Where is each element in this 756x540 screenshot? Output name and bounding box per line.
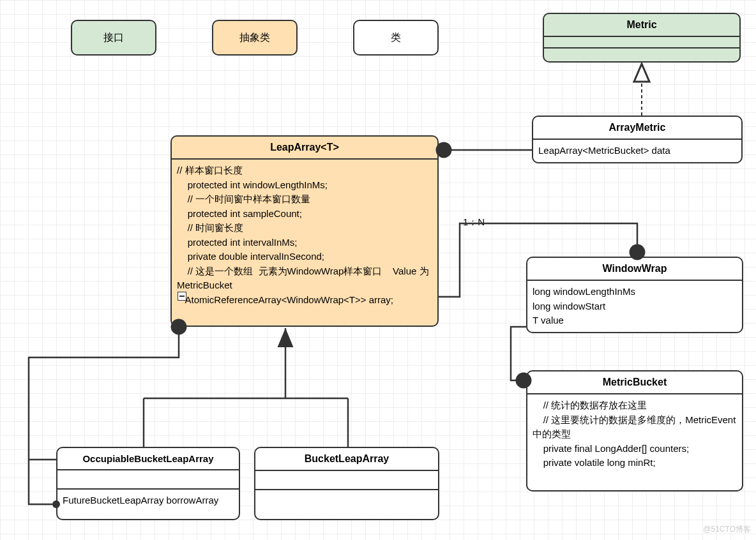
bucketleaparray-section2 — [255, 490, 438, 509]
leaparray-body: // 样本窗口长度 protected int windowLengthInMs… — [172, 160, 437, 323]
occupiable-to-leaparray-comp — [29, 327, 179, 460]
legend-interface-label: 接口 — [103, 31, 124, 45]
leaparray-class: LeapArray<T> // 样本窗口长度 protected int win… — [170, 135, 439, 327]
legend-class-box: 类 — [353, 20, 439, 56]
legend-abstract-label: 抽象类 — [239, 31, 270, 45]
metric-title: Metric — [544, 14, 739, 37]
bucketleaparray-class: BucketLeapArray — [254, 447, 439, 520]
arraymetric-title: ArrayMetric — [533, 117, 741, 140]
bucketleaparray-title: BucketLeapArray — [255, 448, 438, 471]
windowwrap-class: WindowWrap long windowLengthInMs long wi… — [526, 257, 743, 333]
metric-section1 — [544, 37, 739, 49]
occupiablebucketleaparray-title: OccupiableBucketLeapArray — [57, 448, 239, 470]
metricbucket-title: MetricBucket — [527, 371, 742, 394]
windowwrap-to-metricbucket-line — [511, 327, 526, 380]
legend-interface-box: 接口 — [71, 20, 156, 56]
legend-class-label: 类 — [391, 31, 401, 45]
occupiable-loop-line — [29, 460, 52, 504]
metricbucket-body: // 统计的数据存放在这里 // 这里要统计的数据是多维度的，MetricEve… — [527, 394, 742, 474]
windowwrap-body: long windowLengthInMs long windowStart T… — [527, 281, 742, 332]
occupiablebucketleaparray-class: OccupiableBucketLeapArray FutureBucketLe… — [56, 447, 240, 520]
metric-class: Metric — [543, 13, 741, 63]
occupiablebucketleaparray-section1 — [57, 470, 239, 490]
occupiablebucketleaparray-body: FutureBucketLeapArray borrowArray — [57, 490, 239, 512]
leaparray-title: LeapArray<T> — [172, 137, 437, 160]
collapse-icon — [178, 292, 186, 301]
legend-abstract-box: 抽象类 — [212, 20, 298, 56]
one-to-n-label: 1：N — [463, 216, 485, 229]
watermark: @51CTO博客 — [703, 524, 751, 535]
bucketleaparray-section1 — [255, 471, 438, 490]
windowwrap-title: WindowWrap — [527, 258, 742, 281]
metricbucket-class: MetricBucket // 统计的数据存放在这里 // 这里要统计的数据是多… — [526, 370, 743, 491]
arraymetric-body: LeapArray<MetricBucket> data — [533, 140, 741, 162]
metric-section2 — [544, 49, 739, 60]
arraymetric-class: ArrayMetric LeapArray<MetricBucket> data — [532, 116, 743, 163]
